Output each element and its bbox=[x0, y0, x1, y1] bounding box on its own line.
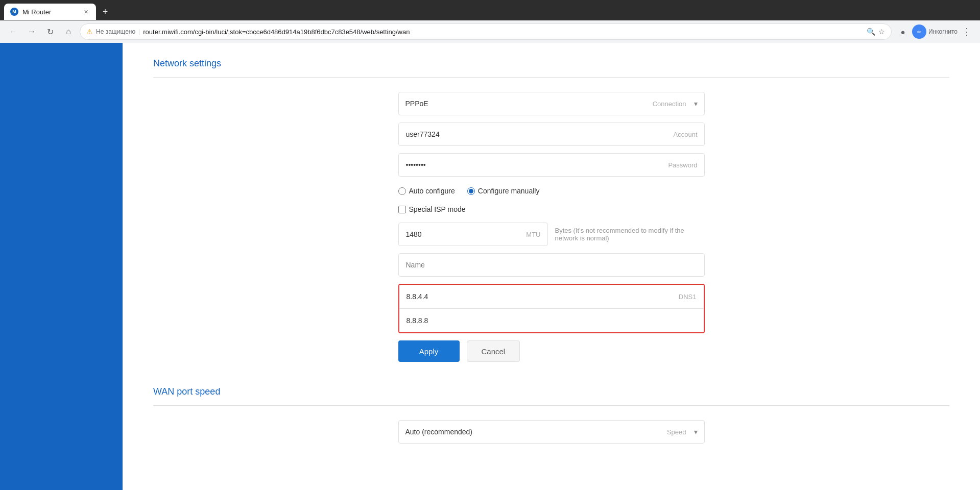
speed-select[interactable] bbox=[398, 420, 705, 444]
page-layout: Network settings PPPoE Connection Accoun… bbox=[0, 43, 980, 490]
button-row: Apply Cancel bbox=[398, 340, 705, 362]
mtu-input[interactable] bbox=[398, 223, 548, 246]
nav-bar: ← → ↻ ⌂ ⚠ Не защищено | router.miwifi.co… bbox=[0, 20, 980, 43]
connection-type-select[interactable] bbox=[398, 92, 705, 115]
address-bar-icons: 🔍 ☆ bbox=[867, 28, 885, 36]
special-isp-checkbox[interactable] bbox=[398, 206, 406, 213]
auto-configure-label[interactable]: Auto configure bbox=[398, 187, 455, 195]
connection-type-field: PPPoE Connection bbox=[398, 92, 705, 115]
wan-speed-divider bbox=[153, 405, 949, 406]
new-tab-button[interactable]: + bbox=[98, 5, 112, 19]
auto-configure-radio[interactable] bbox=[398, 187, 406, 195]
name-input[interactable] bbox=[398, 253, 705, 277]
form-area: PPPoE Connection Account Password bbox=[398, 92, 705, 362]
dns-group: DNS1 bbox=[398, 284, 705, 333]
separator: | bbox=[138, 28, 140, 35]
configure-manually-radio[interactable] bbox=[467, 187, 475, 195]
network-settings-section: Network settings PPPoE Connection Accoun… bbox=[153, 58, 949, 362]
account-field: Account bbox=[398, 122, 705, 146]
special-isp-group: Special ISP mode bbox=[398, 203, 705, 215]
sidebar bbox=[0, 43, 123, 490]
dns1-field: DNS1 bbox=[399, 285, 704, 308]
password-field: Password bbox=[398, 153, 705, 177]
tab-close-button[interactable]: ✕ bbox=[82, 8, 90, 16]
address-bar[interactable]: ⚠ Не защищено | router.miwifi.com/cgi-bi… bbox=[80, 23, 892, 40]
reload-button[interactable]: ↻ bbox=[43, 24, 57, 39]
not-secure-label: Не защищено bbox=[96, 28, 135, 35]
bookmark-icon: ☆ bbox=[878, 28, 885, 36]
dns2-field bbox=[399, 308, 704, 332]
mtu-field: MTU Bytes (It's not recommended to modif… bbox=[398, 223, 705, 246]
configure-manually-text: Configure manually bbox=[478, 187, 540, 195]
auto-configure-text: Auto configure bbox=[409, 187, 455, 195]
account-input[interactable] bbox=[398, 122, 705, 146]
dns1-input[interactable] bbox=[399, 285, 704, 308]
nav-right-icons: ● Инкогнито ✏ Инкогнито ⋮ bbox=[896, 24, 974, 39]
browser-chrome: M Mi Router ✕ + ← → ↻ ⌂ ⚠ Не защищено | … bbox=[0, 0, 980, 43]
speed-select-wrapper: Auto (recommended) Speed bbox=[398, 420, 705, 444]
tab-title: Mi Router bbox=[22, 8, 78, 16]
mtu-input-wrap: MTU bbox=[398, 223, 548, 246]
back-button[interactable]: ← bbox=[6, 24, 20, 39]
special-isp-text: Special ISP mode bbox=[409, 205, 466, 213]
profile-avatar[interactable]: Инкогнито ✏ bbox=[912, 24, 926, 39]
password-input[interactable] bbox=[398, 153, 705, 177]
configure-mode-group: Auto configure Configure manually bbox=[398, 184, 705, 198]
section-divider bbox=[153, 77, 949, 78]
extensions-button[interactable]: ● bbox=[896, 24, 910, 39]
cancel-button[interactable]: Cancel bbox=[467, 340, 520, 362]
wan-port-speed-title: WAN port speed bbox=[153, 386, 949, 397]
mtu-hint: Bytes (It's not recommended to modify if… bbox=[555, 227, 705, 242]
special-isp-label[interactable]: Special ISP mode bbox=[398, 205, 466, 213]
configure-manually-label[interactable]: Configure manually bbox=[467, 187, 540, 195]
wan-port-speed-section: WAN port speed Auto (recommended) Speed bbox=[153, 386, 949, 444]
home-button[interactable]: ⌂ bbox=[61, 24, 76, 39]
name-field bbox=[398, 253, 705, 277]
dns2-input[interactable] bbox=[399, 309, 704, 332]
security-warning-icon: ⚠ bbox=[86, 28, 93, 36]
url-text: router.miwifi.com/cgi-bin/luci/;stok=cbc… bbox=[143, 28, 864, 36]
network-settings-title: Network settings bbox=[153, 58, 949, 69]
active-tab[interactable]: M Mi Router ✕ bbox=[4, 4, 96, 20]
tab-bar: M Mi Router ✕ + bbox=[0, 0, 980, 20]
main-content: Network settings PPPoE Connection Accoun… bbox=[123, 43, 980, 490]
browser-menu-button[interactable]: ⋮ bbox=[960, 24, 974, 39]
forward-button[interactable]: → bbox=[25, 24, 39, 39]
apply-button[interactable]: Apply bbox=[398, 340, 460, 362]
tab-favicon: M bbox=[10, 8, 18, 16]
incognito-label: Инкогнито bbox=[928, 28, 958, 35]
search-icon: 🔍 bbox=[867, 28, 875, 36]
